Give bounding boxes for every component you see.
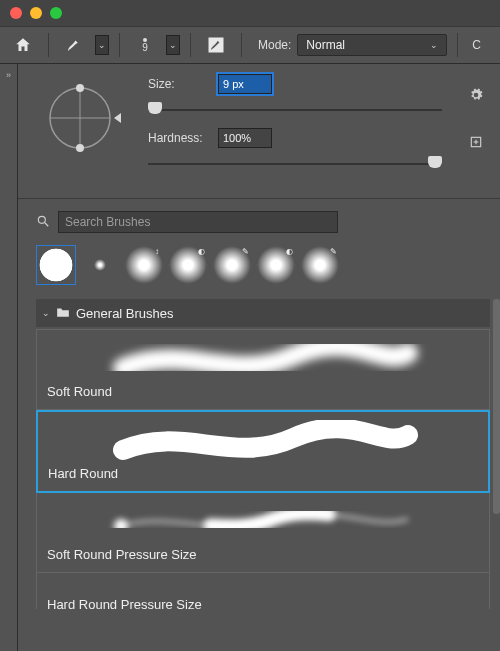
brush-list: ⌄ General Brushes Soft Round Hard Rou xyxy=(18,299,500,609)
toolbar-separator xyxy=(190,33,191,57)
size-label: Size: xyxy=(148,77,218,91)
svg-point-10 xyxy=(38,216,45,223)
toolbar-separator xyxy=(457,33,458,57)
toolbar-separator xyxy=(119,33,120,57)
svg-marker-6 xyxy=(114,113,121,123)
brush-item[interactable]: Hard Round Pressure Size xyxy=(36,573,490,609)
brush-thumb[interactable]: ◐ xyxy=(256,245,296,285)
tool-preset-dropdown[interactable]: ⌄ xyxy=(95,35,109,55)
chevron-down-icon: ⌄ xyxy=(42,308,50,318)
brush-name: Soft Round xyxy=(47,384,479,399)
options-toolbar: ⌄ 9 ⌄ Mode: Normal ⌄ C xyxy=(0,26,500,64)
home-button[interactable] xyxy=(8,31,38,59)
collapsed-panel-strip: » xyxy=(0,64,18,651)
folder-name: General Brushes xyxy=(76,306,174,321)
hardness-label: Hardness: xyxy=(148,131,218,145)
brush-thumb[interactable] xyxy=(80,245,120,285)
brush-thumb[interactable]: ◐ xyxy=(168,245,208,285)
brush-size-indicator: 9 xyxy=(142,42,148,53)
brush-thumb[interactable]: ✎ xyxy=(212,245,252,285)
tool-preset-button[interactable] xyxy=(59,31,89,59)
brush-stroke-preview xyxy=(47,581,479,593)
brush-name: Soft Round Pressure Size xyxy=(47,547,479,562)
brush-preset-dropdown[interactable]: ⌄ xyxy=(166,35,180,55)
blend-mode-value: Normal xyxy=(306,38,345,52)
window-titlebar xyxy=(0,0,500,26)
brush-item[interactable]: Soft Round xyxy=(36,329,490,410)
minimize-window-button[interactable] xyxy=(30,7,42,19)
close-window-button[interactable] xyxy=(10,7,22,19)
new-preset-icon[interactable] xyxy=(469,135,483,152)
size-input[interactable]: 9 px xyxy=(218,74,272,94)
brush-name: Hard Round Pressure Size xyxy=(47,597,479,609)
hardness-slider[interactable] xyxy=(148,154,442,172)
search-icon xyxy=(36,214,50,231)
brush-stroke-preview xyxy=(47,338,479,380)
svg-point-5 xyxy=(76,144,84,152)
expand-panel-button[interactable]: » xyxy=(6,70,11,80)
search-brushes-input[interactable]: Search Brushes xyxy=(58,211,338,233)
brush-stroke-preview xyxy=(47,501,479,543)
svg-point-4 xyxy=(76,84,84,92)
chevron-down-icon: ⌄ xyxy=(430,40,438,50)
gear-icon[interactable] xyxy=(469,88,483,105)
brush-angle-preview[interactable] xyxy=(36,74,124,162)
brush-settings-toggle[interactable] xyxy=(201,31,231,59)
hardness-input[interactable]: 100% xyxy=(218,128,272,148)
brush-preset-panel: Size: 9 px Hardness: 100% xyxy=(18,64,500,651)
recent-brush-thumbnails: ↕ ◐ ✎ ◐ ✎ xyxy=(18,245,500,299)
brush-preview-button[interactable]: 9 xyxy=(130,31,160,59)
svg-line-11 xyxy=(45,222,49,226)
brush-stroke-preview xyxy=(48,420,478,462)
brush-item[interactable]: Soft Round Pressure Size xyxy=(36,493,490,573)
brush-thumb[interactable]: ✎ xyxy=(300,245,340,285)
size-slider[interactable] xyxy=(148,100,442,118)
brush-thumb[interactable] xyxy=(36,245,76,285)
panel-separator xyxy=(18,198,500,199)
brush-thumb[interactable]: ↕ xyxy=(124,245,164,285)
brush-name: Hard Round xyxy=(48,466,478,481)
mode-label: Mode: xyxy=(258,38,291,52)
blend-mode-select[interactable]: Normal ⌄ xyxy=(297,34,447,56)
toolbar-truncated-label: C xyxy=(472,38,481,52)
brush-folder-header[interactable]: ⌄ General Brushes xyxy=(36,299,490,327)
brush-item[interactable]: Hard Round xyxy=(36,410,490,493)
brush-list-scrollbar[interactable] xyxy=(492,299,500,609)
zoom-window-button[interactable] xyxy=(50,7,62,19)
toolbar-separator xyxy=(241,33,242,57)
folder-icon xyxy=(56,306,70,321)
toolbar-separator xyxy=(48,33,49,57)
